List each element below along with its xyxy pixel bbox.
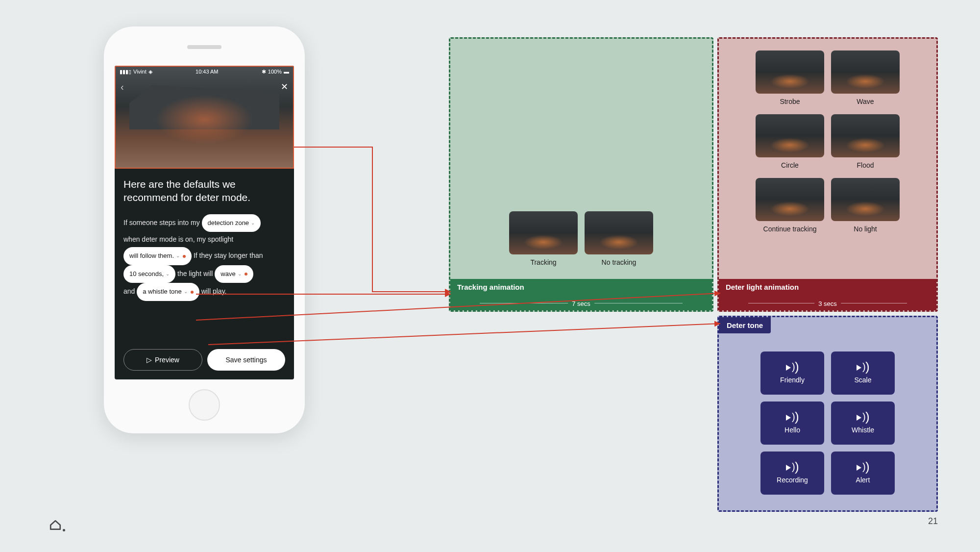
- light-pattern-selector[interactable]: wave ⌄: [215, 265, 253, 283]
- house-graphic: [129, 85, 279, 129]
- thumbnail-label: Circle: [781, 161, 799, 169]
- hero-image: [115, 66, 294, 169]
- tone-hello-option[interactable]: ) Hello: [760, 401, 824, 445]
- page-number: 21: [928, 516, 938, 527]
- pill-label: will follow them.: [129, 249, 174, 263]
- thumbnail-label: No light: [854, 225, 877, 233]
- spotlight-behavior-selector[interactable]: will follow them. ⌄: [123, 247, 192, 265]
- madlib-text: If they stay longer than: [194, 251, 263, 259]
- brand-logo-icon: [49, 519, 62, 531]
- chevron-down-icon: ⌄: [238, 269, 247, 279]
- speaker-icon: ): [857, 362, 869, 373]
- duration-selector[interactable]: 10 seconds, ⌄: [123, 265, 175, 283]
- madlib-text: If someone steps into my: [123, 219, 200, 226]
- panel-title: Deter tone: [719, 317, 771, 333]
- phone-speaker: [187, 45, 221, 49]
- no-tracking-option[interactable]: No tracking: [585, 211, 653, 266]
- thumbnail-label: Strobe: [780, 98, 800, 105]
- deter-light-footer: Deter light animation 3 secs: [719, 279, 936, 310]
- clock: 10:43 AM: [196, 69, 218, 75]
- panel-title: Deter light animation: [726, 283, 799, 291]
- madlib-text: will play.: [201, 287, 227, 295]
- pill-label: a whistle tone: [143, 285, 182, 299]
- battery-icon: ▬: [284, 69, 289, 75]
- save-button[interactable]: Save settings: [207, 349, 285, 371]
- tone-label: Hello: [784, 426, 800, 434]
- deter-tone-panel: Deter tone ) Friendly ) Scale ) Hello ) …: [717, 316, 938, 512]
- carrier-label: Vivint: [133, 69, 147, 75]
- thumbnail-image: [585, 211, 653, 254]
- light-circle-option[interactable]: Circle: [756, 114, 824, 169]
- thumbnail-image: [831, 50, 900, 94]
- thumbnail-label: Continue tracking: [763, 225, 817, 233]
- speaker-icon: ): [786, 412, 799, 423]
- tracking-panel: Tracking No tracking Tracking animation …: [449, 37, 713, 312]
- app-screen: ▮▮▮▯ Vivint ◈ 10:43 AM ✱ 100% ▬ ‹ ✕ Here…: [115, 66, 294, 379]
- light-wave-option[interactable]: Wave: [831, 50, 900, 105]
- status-bar: ▮▮▮▯ Vivint ◈ 10:43 AM ✱ 100% ▬: [115, 66, 294, 77]
- madlib-text: when deter mode is on, my spotlight: [123, 235, 233, 243]
- pill-label: wave: [220, 267, 235, 281]
- home-button[interactable]: [189, 389, 220, 421]
- signal-icon: ▮▮▮▯: [120, 69, 131, 75]
- chevron-down-icon: ⌄: [166, 269, 170, 279]
- thumbnail-image: [756, 178, 824, 221]
- madlib-text: the light will: [177, 270, 213, 277]
- tone-label: Scale: [854, 376, 871, 384]
- phone-mockup: ▮▮▮▯ Vivint ◈ 10:43 AM ✱ 100% ▬ ‹ ✕ Here…: [104, 26, 305, 433]
- thumbnail-label: Tracking: [530, 258, 556, 266]
- thumbnail-image: [756, 50, 824, 94]
- thumbnail-label: Wave: [857, 98, 874, 105]
- chevron-down-icon: ⌄: [176, 251, 186, 261]
- battery-label: 100%: [268, 69, 282, 75]
- thumbnail-image: [509, 211, 578, 254]
- thumbnail-image: [831, 114, 900, 157]
- action-buttons: ▷ Preview Save settings: [123, 349, 285, 371]
- tone-label: Friendly: [780, 376, 805, 384]
- light-strobe-option[interactable]: Strobe: [756, 50, 824, 105]
- speaker-icon: ): [857, 462, 869, 473]
- detection-zone-selector[interactable]: detection zone ⌄: [202, 214, 261, 232]
- tone-alert-option[interactable]: ) Alert: [831, 452, 895, 495]
- preview-label: Preview: [155, 356, 179, 364]
- bluetooth-icon: ✱: [262, 69, 266, 75]
- chevron-down-icon: ⌄: [251, 218, 255, 228]
- tracking-footer: Tracking animation 7 secs: [450, 279, 712, 310]
- speaker-icon: ): [786, 462, 799, 473]
- speaker-icon: ): [786, 362, 799, 373]
- save-label: Save settings: [225, 356, 267, 364]
- duration-label: 7 secs: [568, 300, 594, 307]
- tone-friendly-option[interactable]: ) Friendly: [760, 351, 824, 395]
- tone-label: Alert: [856, 476, 870, 484]
- pill-label: 10 seconds,: [129, 267, 164, 281]
- madlib-text: and: [123, 287, 135, 295]
- tone-whistle-option[interactable]: ) Whistle: [831, 401, 895, 445]
- content-area: Here are the defaults we recommend for d…: [115, 174, 294, 379]
- thumbnail-image: [756, 114, 824, 157]
- logo-dot: [63, 529, 65, 531]
- tone-recording-option[interactable]: ) Recording: [760, 452, 824, 495]
- chevron-down-icon: ⌄: [184, 286, 194, 297]
- close-icon[interactable]: ✕: [281, 81, 288, 92]
- play-icon: ▷: [147, 356, 152, 364]
- tracking-option[interactable]: Tracking: [509, 211, 578, 266]
- page-title: Here are the defaults we recommend for d…: [123, 177, 285, 204]
- deter-light-panel: Strobe Wave Circle Flood Continue tracki…: [717, 37, 938, 312]
- sound-selector[interactable]: a whistle tone ⌄: [137, 283, 199, 301]
- thumbnail-label: No tracking: [602, 258, 637, 266]
- light-flood-option[interactable]: Flood: [831, 114, 900, 169]
- wifi-icon: ◈: [148, 69, 152, 75]
- preview-button[interactable]: ▷ Preview: [123, 349, 202, 371]
- pill-label: detection zone: [208, 216, 249, 230]
- madlib-sentence: If someone steps into my detection zone …: [123, 214, 285, 301]
- light-continue-option[interactable]: Continue tracking: [756, 178, 824, 233]
- light-none-option[interactable]: No light: [831, 178, 900, 233]
- thumbnail-label: Flood: [857, 161, 874, 169]
- duration-label: 3 secs: [814, 300, 841, 307]
- tone-label: Recording: [777, 476, 808, 484]
- tone-scale-option[interactable]: ) Scale: [831, 351, 895, 395]
- panel-title: Tracking animation: [457, 283, 524, 291]
- back-icon[interactable]: ‹: [121, 81, 124, 93]
- thumbnail-image: [831, 178, 900, 221]
- tone-label: Whistle: [852, 426, 874, 434]
